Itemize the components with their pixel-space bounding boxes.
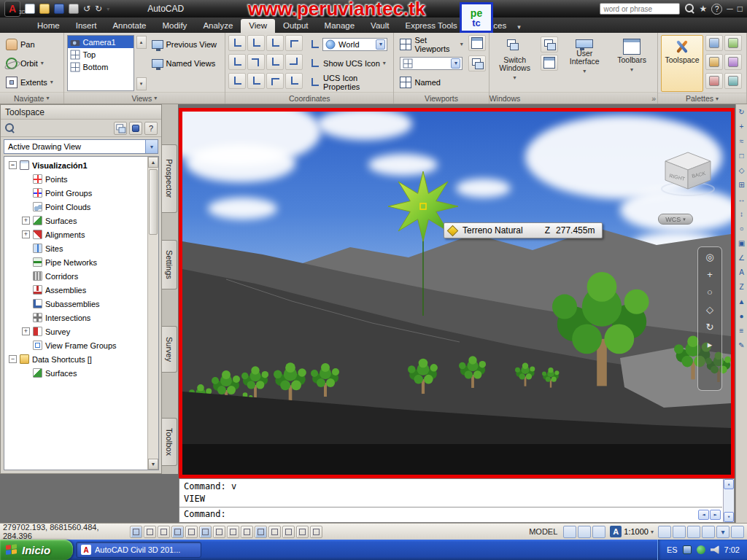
pan-tool-icon[interactable]: + (707, 269, 713, 280)
ucs-button[interactable] (228, 54, 246, 70)
toolbar-icon[interactable]: ↕ (740, 210, 743, 218)
tab-vault[interactable]: Vault (363, 19, 397, 33)
ucs-world-combo[interactable]: World ▾ (322, 38, 387, 51)
views-scroll-up-icon[interactable]: ▴ (136, 36, 147, 49)
annotation-scale-control[interactable]: A 1:1000 ▾ (607, 526, 657, 537)
showmotion-icon[interactable]: ↻ (706, 322, 714, 332)
views-listbox[interactable]: Camera1 Top Bottom (67, 35, 134, 91)
save-icon[interactable] (54, 4, 64, 14)
tab-toolbox[interactable]: Toolbox (162, 418, 177, 466)
favorites-star-icon[interactable]: ★ (699, 4, 707, 14)
window-minimize-icon[interactable]: ─ (727, 4, 733, 14)
world-dropdown-icon[interactable]: ▾ (376, 39, 385, 50)
qp-toggle[interactable] (296, 526, 309, 538)
orbit-tool-icon[interactable]: ◇ (706, 304, 713, 315)
messenger-icon[interactable] (697, 545, 705, 554)
scroll-down-icon[interactable]: ▾ (724, 512, 734, 522)
show-ucs-icon-button[interactable]: Show UCS Icon ▾ (306, 54, 390, 72)
show-ucs-dropdown-icon[interactable]: ▾ (383, 60, 386, 66)
viewcube[interactable]: RIGHT BACK (655, 147, 721, 198)
3dosnap-toggle[interactable] (213, 526, 225, 538)
tab-annotate[interactable]: Annotate (104, 19, 154, 33)
status-overflow-icon[interactable]: ▾ (716, 526, 729, 538)
grid-toggle[interactable] (158, 526, 170, 538)
view-list-item-camera1[interactable]: Camera1 (68, 36, 133, 48)
scroll-thumb[interactable] (149, 169, 158, 235)
autocad-logo-icon[interactable]: A (4, 1, 20, 17)
set-viewports-button[interactable]: Set Viewports ▾ (397, 35, 465, 53)
navigate-panel-label[interactable]: Navigate ▾ (0, 92, 63, 104)
toolspace-search-icon[interactable] (4, 123, 15, 133)
toolbar-icon[interactable]: A (739, 268, 744, 276)
workspace-switching-icon[interactable] (687, 526, 700, 538)
orbit-dropdown-icon[interactable]: ▾ (41, 60, 44, 66)
tree-item-drawing[interactable]: − Visualización1 (4, 158, 147, 172)
tab-view[interactable]: View (241, 19, 275, 33)
panorama-palette-button[interactable] (724, 35, 742, 51)
language-indicator[interactable]: ES (667, 545, 678, 554)
tab-overflow-icon[interactable]: ▾ (514, 21, 524, 33)
tree-item-surfaces[interactable]: + Surfaces (4, 214, 147, 228)
ucs-button[interactable] (228, 35, 246, 51)
tile-windows-button[interactable] (541, 55, 558, 71)
ucs-button[interactable] (247, 54, 265, 70)
pan-status-icon[interactable] (592, 526, 605, 538)
palettes-panel-label[interactable]: Palettes ▾ (658, 93, 746, 104)
model-space-button[interactable]: MODEL (525, 527, 562, 536)
toolbar-icon[interactable]: ∠ (738, 254, 745, 262)
views-panel-label[interactable]: Views ▾ (64, 92, 225, 104)
ucs-button[interactable] (247, 73, 265, 89)
orbit-button[interactable]: Orbit ▾ (3, 54, 61, 72)
undo-icon[interactable]: ↺ (83, 4, 90, 14)
command-prompt[interactable]: Command: (179, 507, 722, 522)
expand-icon[interactable]: + (22, 217, 30, 225)
ucs-button[interactable] (266, 35, 284, 51)
coordinates-panel-label[interactable]: Coordinates (225, 92, 393, 104)
tree-item-assemblies[interactable]: Assemblies (4, 283, 147, 297)
toolbar-icon[interactable]: ▣ (738, 239, 745, 247)
tree-item-sites[interactable]: Sites (4, 241, 147, 255)
toolspace-button[interactable]: Toolspace (661, 35, 703, 92)
expand-icon[interactable]: + (22, 230, 30, 238)
tree-item-corridors[interactable]: Corridors (4, 269, 147, 283)
save-layout-icon[interactable] (129, 122, 142, 135)
previous-view-button[interactable]: Previous View (149, 35, 222, 53)
tree-item-survey[interactable]: + Survey (4, 324, 147, 338)
scroll-left-icon[interactable]: ◄ (698, 510, 709, 520)
designcenter-button[interactable] (705, 73, 723, 89)
toolbar-icon[interactable]: ◇ (739, 166, 745, 174)
collapse-icon[interactable]: − (9, 161, 17, 169)
item-view-icon[interactable] (114, 122, 127, 135)
tab-express-tools[interactable]: Express Tools (397, 19, 465, 33)
expand-icon[interactable]: + (22, 327, 30, 335)
toolbar-lock-icon[interactable] (702, 526, 715, 538)
user-interface-button[interactable]: User Interface ▾ (563, 35, 605, 91)
star-marker[interactable] (387, 170, 460, 316)
extents-button[interactable]: Extents ▾ (3, 73, 61, 91)
plot-icon[interactable] (69, 4, 79, 14)
taskbar-clock[interactable]: 7:02 (724, 545, 740, 554)
scroll-right-icon[interactable]: ► (710, 510, 721, 520)
annotation-visibility-icon[interactable] (658, 526, 671, 538)
command-scrollbar[interactable]: ▴ ▾ (723, 479, 734, 522)
restore-viewports-button[interactable] (468, 55, 486, 71)
tab-manage[interactable]: Manage (317, 19, 363, 33)
help-icon[interactable]: ? (711, 4, 722, 15)
toolbar-icon[interactable]: ↻ (738, 108, 744, 116)
tree-item-intersections[interactable]: Intersections (4, 311, 147, 324)
tool-palettes-button[interactable] (705, 54, 723, 70)
view-list-item-top[interactable]: Top (68, 48, 133, 61)
named-views-button[interactable]: Named Views (149, 54, 222, 72)
tab-survey[interactable]: Survey (162, 326, 177, 373)
quick-view-drawings-icon[interactable] (578, 526, 591, 538)
tab-insert[interactable]: Insert (68, 19, 105, 33)
ortho-toggle[interactable] (171, 526, 184, 538)
start-button[interactable]: Inicio (0, 540, 73, 560)
toolbar-icon[interactable]: ● (739, 312, 743, 320)
clean-screen-icon[interactable] (731, 526, 744, 538)
search-icon[interactable] (684, 4, 694, 14)
extents-dropdown-icon[interactable]: ▾ (50, 79, 53, 85)
tree-item-subassemblies[interactable]: Subassemblies (4, 297, 147, 311)
qat-dropdown-icon[interactable]: ▾ (107, 6, 109, 12)
otrack-toggle[interactable] (227, 526, 239, 538)
